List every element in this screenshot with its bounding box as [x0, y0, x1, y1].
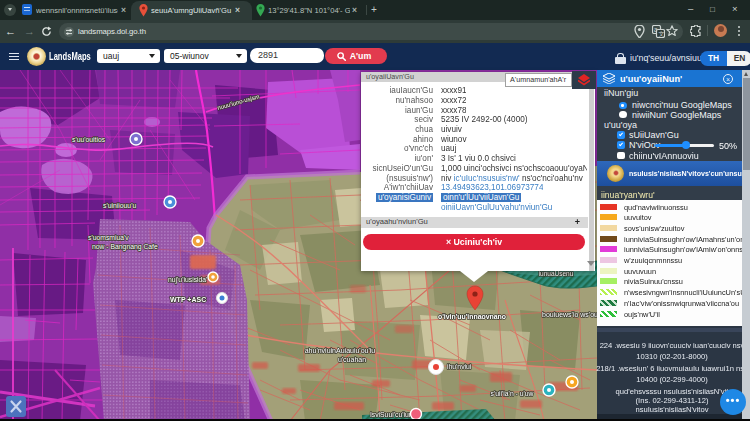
svg-text:s'uomsmiua'v: s'uomsmiua'v [88, 234, 129, 241]
svg-text:ihu'nviui: ihu'nviui [447, 363, 472, 370]
svg-text:s'uii'ia'n - u'uw: s'uii'ia'n - u'uw [491, 390, 534, 397]
svg-text:o'ivin'uu'innaovnano: o'ivin'uu'innaovnano [438, 313, 506, 320]
svg-text:ahu'nviuinAuiauiu'ou'iu: ahu'nviuinAuiauiu'ou'iu [305, 347, 376, 354]
svg-text:s'uu'ouitios: s'uu'ouitios [72, 136, 106, 143]
svg-text:bouiuews'io ws'ou: bouiuews'io ws'ou [542, 311, 598, 318]
svg-text:文: 文 [659, 30, 665, 37]
svg-text:s'uiniiouu'u: s'uiniiouu'u [103, 202, 136, 209]
svg-text:now - Bangnang Cafe: now - Bangnang Cafe [92, 243, 158, 251]
svg-text:WTP +ASC: WTP +ASC [170, 296, 206, 303]
svg-text:iunuaUsenu: iunuaUsenu [539, 270, 574, 277]
svg-text:nuj'u'iusisida': nuj'u'iusisida' [168, 276, 207, 284]
svg-text:u'cuahan: u'cuahan [338, 356, 366, 363]
